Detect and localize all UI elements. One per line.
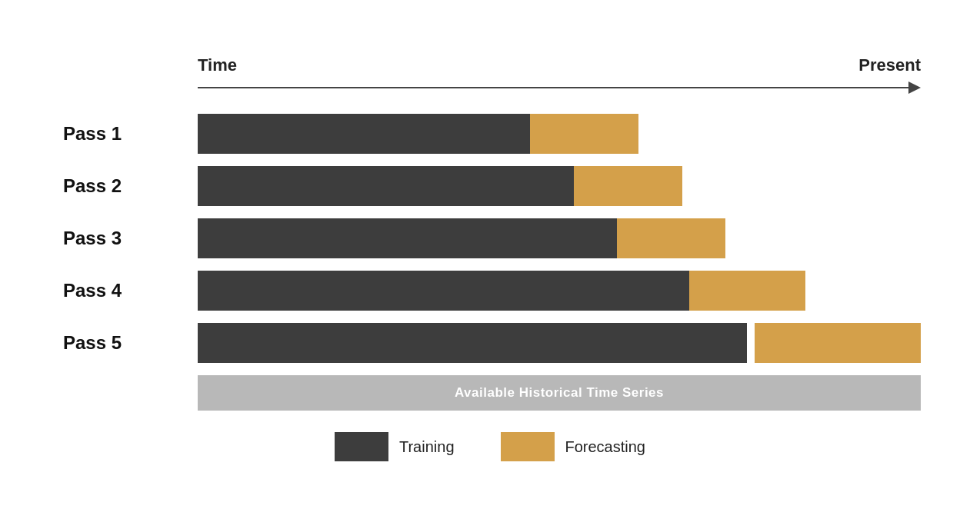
legend-label-forecasting: Forecasting: [565, 438, 646, 456]
legend-item-training: Training: [335, 432, 455, 461]
forecasting-bar: [574, 166, 682, 206]
arrow-head: [908, 82, 921, 94]
pass-row: Pass 1: [198, 108, 921, 160]
pass-row: Pass 5: [198, 317, 921, 369]
training-bar: [198, 166, 574, 206]
historical-bar: Available Historical Time Series: [198, 375, 921, 411]
pass-label: Pass 2: [63, 175, 190, 197]
arrow-line: [198, 82, 921, 94]
legend-label-training: Training: [399, 438, 455, 456]
bars-area: [198, 271, 921, 311]
legend-swatch-forecasting: [501, 432, 555, 461]
timeline-arrow-row: [59, 82, 921, 94]
training-bar: [198, 271, 689, 311]
pass-label: Pass 3: [63, 228, 190, 249]
pass-label: Pass 5: [63, 332, 190, 354]
forecasting-bar: [689, 271, 805, 311]
arrow-shaft: [198, 87, 908, 89]
pass-row: Pass 4: [198, 264, 921, 317]
time-label: Time: [198, 55, 237, 75]
pass-row: Pass 2: [198, 160, 921, 212]
training-bar: [198, 114, 530, 154]
legend-item-forecasting: Forecasting: [501, 432, 646, 461]
pass-row: Pass 3: [198, 212, 921, 264]
bars-area: [198, 114, 921, 154]
forecasting-bar: [530, 114, 638, 154]
historical-label: Available Historical Time Series: [455, 385, 664, 401]
present-label: Present: [858, 55, 921, 75]
legend: Training Forecasting: [59, 432, 921, 461]
chart-container: Time Present Pass 1Pass 2Pass 3Pass 4Pas…: [44, 32, 936, 477]
historical-bar-row: Available Historical Time Series: [59, 375, 921, 411]
training-bar: [198, 323, 747, 363]
pass-label: Pass 1: [63, 123, 190, 145]
bars-area: [198, 323, 921, 363]
timeline-header: Time Present: [59, 55, 921, 75]
pass-label: Pass 4: [63, 280, 190, 301]
forecasting-bar: [755, 323, 921, 363]
forecasting-bar: [617, 218, 725, 258]
training-bar: [198, 218, 617, 258]
passes-container: Pass 1Pass 2Pass 3Pass 4Pass 5: [59, 108, 921, 369]
bars-area: [198, 218, 921, 258]
bars-area: [198, 166, 921, 206]
legend-swatch-training: [335, 432, 388, 461]
